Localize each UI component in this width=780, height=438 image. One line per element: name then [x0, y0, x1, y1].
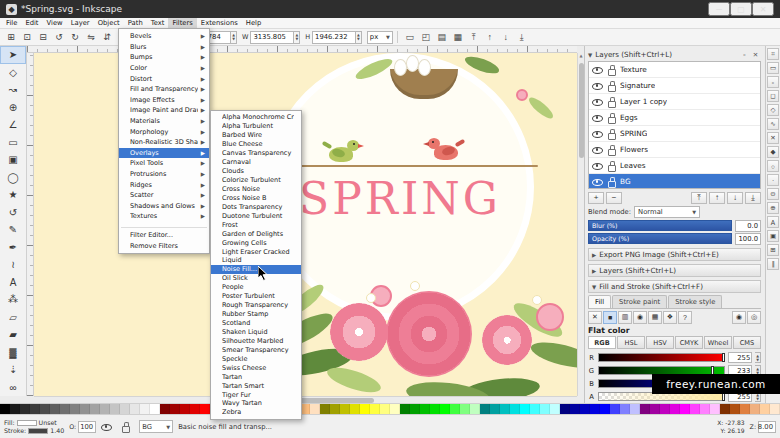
palette-swatch[interactable]: [450, 404, 460, 414]
palette-swatch[interactable]: [690, 404, 700, 414]
pattern-button[interactable]: ▦: [648, 311, 662, 324]
palette-swatch[interactable]: [360, 404, 370, 414]
horizontal-ruler[interactable]: [27, 46, 577, 53]
snap-grid-button[interactable]: ⊞: [767, 244, 779, 256]
menu-item[interactable]: Noise Fill...: [211, 265, 301, 274]
menu-item[interactable]: Rubber Stamp: [211, 310, 301, 319]
menu-item[interactable]: Tiger Fur: [211, 390, 301, 399]
palette-swatch[interactable]: [440, 404, 450, 414]
palette-swatch[interactable]: [640, 404, 650, 414]
palette-swatch[interactable]: [510, 404, 520, 414]
palette-swatch[interactable]: [490, 404, 500, 414]
menu-item[interactable]: Ridges ▶: [119, 179, 209, 190]
layer-visibility-icon[interactable]: [592, 129, 603, 139]
palette-swatch[interactable]: [130, 404, 140, 414]
blur-value[interactable]: 0.0: [735, 220, 761, 232]
menu-item[interactable]: Tartan Smart: [211, 381, 301, 390]
snap-guides-button[interactable]: ∥: [767, 258, 779, 270]
menu-item[interactable]: Garden of Delights: [211, 229, 301, 238]
palette-swatch[interactable]: [570, 404, 580, 414]
canvas[interactable]: SPRING: [34, 53, 577, 396]
scroll-up-icon[interactable]: ▲: [579, 53, 582, 58]
menu-item[interactable]: Morphology ▶: [119, 126, 209, 137]
layer-row[interactable]: SPRING: [589, 126, 760, 142]
menu-item[interactable]: Frost: [211, 220, 301, 229]
layer-lock-toggle-icon[interactable]: [121, 422, 130, 432]
menubar-item[interactable]: Help: [242, 18, 266, 28]
no-paint-button[interactable]: ✕: [588, 311, 602, 324]
palette-swatch[interactable]: [740, 404, 750, 414]
node-tool[interactable]: ◇: [0, 64, 26, 82]
vertical-scrollbar[interactable]: ▲: [577, 53, 584, 396]
menu-item[interactable]: Blurs ▶: [119, 42, 209, 53]
pencil-tool[interactable]: ✎: [0, 221, 26, 239]
palette-swatch[interactable]: [660, 404, 670, 414]
snap-page-border-button[interactable]: ▣: [767, 230, 779, 242]
menu-item[interactable]: Fill and Transparency ▶: [119, 84, 209, 95]
palette-swatch[interactable]: [530, 404, 540, 414]
menu-item[interactable]: Dots Transparency: [211, 202, 301, 211]
snap-bbox-button[interactable]: ▭: [767, 62, 779, 74]
raise-button[interactable]: ↑: [482, 30, 498, 44]
snap-bbox-corners-button[interactable]: ◻: [767, 90, 779, 102]
snap-intersections-button[interactable]: ✕: [767, 132, 779, 144]
spiral-tool[interactable]: ↺: [0, 204, 26, 222]
palette-swatch[interactable]: [550, 404, 560, 414]
blend-mode-dropdown[interactable]: Normal ▼: [634, 206, 700, 218]
menubar-item[interactable]: Object: [94, 18, 124, 28]
menu-item[interactable]: Tartan: [211, 372, 301, 381]
menubar-item[interactable]: Edit: [21, 18, 42, 28]
fill-stroke-tab[interactable]: Stroke paint: [612, 295, 667, 308]
slider-track[interactable]: [598, 353, 725, 362]
opacity-slider[interactable]: Opacity (%): [588, 233, 732, 244]
slider-value[interactable]: 255: [728, 352, 752, 363]
menu-item[interactable]: Scotland: [211, 319, 301, 328]
palette-swatch[interactable]: [310, 404, 320, 414]
menu-item[interactable]: Scatter ▶: [119, 190, 209, 201]
slider-spinner[interactable]: ▲▼: [755, 352, 761, 363]
flat-color-button[interactable]: ■: [603, 311, 617, 324]
delete-layer-button[interactable]: −: [606, 192, 622, 204]
spray-tool[interactable]: ⁂: [0, 291, 26, 309]
layer-lock-icon[interactable]: [607, 177, 616, 187]
calligraphy-tool[interactable]: ≀: [0, 256, 26, 274]
color-space-tab[interactable]: CMYK: [675, 336, 703, 349]
menu-item[interactable]: Silhouette Marbled: [211, 336, 301, 345]
layer-visibility-icon[interactable]: [592, 145, 603, 155]
menu-item[interactable]: Carnaval: [211, 158, 301, 167]
linear-gradient-button[interactable]: ▥: [618, 311, 632, 324]
layer-row[interactable]: Texture: [589, 62, 760, 78]
menubar-item[interactable]: Path: [124, 18, 147, 28]
palette-swatch[interactable]: [770, 404, 780, 414]
radial-gradient-button[interactable]: ◉: [633, 311, 647, 324]
menu-item[interactable]: Cross Noise: [211, 185, 301, 194]
connector-tool[interactable]: ∞: [0, 379, 26, 397]
palette-swatch[interactable]: [520, 404, 530, 414]
fill-swatch[interactable]: [17, 420, 37, 426]
menu-item[interactable]: Poster Turbulent: [211, 292, 301, 301]
palette-swatch[interactable]: [190, 404, 200, 414]
palette-swatch[interactable]: [340, 404, 350, 414]
layer-visibility-toggle-icon[interactable]: [101, 422, 112, 432]
palette-swatch[interactable]: [730, 404, 740, 414]
palette-swatch[interactable]: [180, 404, 190, 414]
ellipse-tool[interactable]: ◯: [0, 169, 26, 187]
layer-row[interactable]: BG: [589, 174, 760, 189]
palette-swatch[interactable]: [350, 404, 360, 414]
menu-item[interactable]: Smear Transparency: [211, 345, 301, 354]
menubar-item[interactable]: Layer: [67, 18, 94, 28]
palette-swatch[interactable]: [430, 404, 440, 414]
palette-swatch[interactable]: [680, 404, 690, 414]
menu-item[interactable]: Textures ▶: [119, 211, 209, 222]
menubar-item[interactable]: File: [2, 18, 21, 28]
field-spinner[interactable]: ▲▼: [231, 31, 237, 44]
menu-item[interactable]: Swiss Cheese: [211, 363, 301, 372]
menu-item[interactable]: Zebra: [211, 408, 301, 417]
eraser-tool[interactable]: ▱: [0, 309, 26, 327]
scale-stroke-toggle[interactable]: ▭: [402, 30, 418, 44]
star-tool[interactable]: ★: [0, 186, 26, 204]
object-opacity-field[interactable]: 100: [78, 421, 96, 433]
menubar-item[interactable]: Text: [147, 18, 169, 28]
close-icon[interactable]: ✕: [750, 51, 761, 59]
snap-text-baseline-button[interactable]: A: [767, 216, 779, 228]
